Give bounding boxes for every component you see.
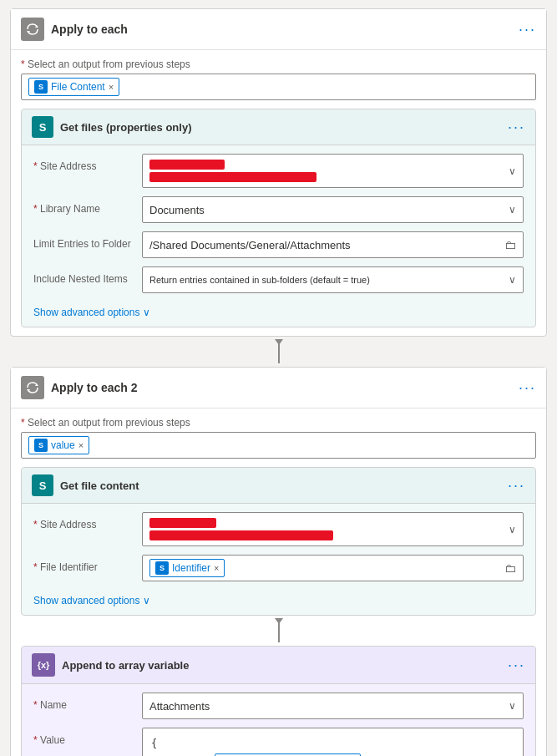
apply-to-each-2-header: Apply to each 2 ···: [11, 368, 546, 408]
apply2-value-chip: S value ×: [28, 436, 89, 454]
gfc-file-identifier-input[interactable]: S Identifier × 🗀: [142, 555, 524, 581]
get-files-header: S Get files (properties only) ···: [22, 109, 535, 145]
append-var-icon: {x}: [32, 653, 55, 677]
site-address-row: Site Address ∨: [33, 154, 524, 188]
append-menu[interactable]: ···: [508, 657, 525, 674]
nested-items-value: Return entries contained in sub-folders …: [142, 266, 524, 293]
gfc-site-address-arrow: ∨: [509, 524, 516, 535]
apply-to-each-1-header-left: Apply to each: [21, 18, 128, 41]
get-file-content-show-advanced-label: Show advanced options: [33, 595, 139, 606]
apply2-chip-icon: S: [34, 439, 48, 452]
append-name-label: Name: [33, 693, 134, 711]
append-value-field: { "Name": S File name with ... ×: [142, 728, 524, 756]
apply1-chip-remove[interactable]: ×: [109, 82, 114, 92]
apply1-token-field[interactable]: S File Content ×: [21, 74, 536, 100]
append-card: {x} Append to array variable ··· Name At…: [21, 646, 536, 756]
gfc-file-identifier-row: File Identifier S Identifier × 🗀: [33, 555, 524, 581]
append-name-row: Name Attachments ∨: [33, 693, 524, 719]
arrow-head-2: [275, 618, 283, 624]
get-file-content-body: Site Address ∨: [22, 504, 535, 615]
apply-to-each-2-header-left: Apply to each 2: [21, 376, 137, 399]
folder-icon[interactable]: 🗀: [504, 238, 516, 251]
site-address-redacted: [149, 158, 509, 184]
get-file-content-show-advanced-chevron: ∨: [143, 595, 150, 606]
gfc-identifier-chip-remove[interactable]: ×: [214, 563, 219, 573]
library-name-dropdown[interactable]: Documents ∨: [142, 196, 524, 223]
gfc-redacted-bar-1: [149, 518, 216, 528]
arrow-line-1: [278, 340, 280, 363]
append-card-header: {x} Append to array variable ···: [22, 647, 535, 684]
get-file-content-show-advanced[interactable]: Show advanced options ∨: [33, 595, 150, 606]
nested-arrow: ∨: [509, 274, 516, 286]
apply1-select-label: Select an output from previous steps: [21, 58, 536, 70]
apply-to-each-2-menu[interactable]: ···: [519, 379, 536, 397]
apply-to-each-1-header: Apply to each ···: [11, 9, 546, 50]
get-file-content-card: S Get file content ··· Site Address: [21, 467, 536, 616]
append-name-dropdown[interactable]: Attachments ∨: [142, 693, 524, 719]
get-file-content-header-left: S Get file content: [32, 474, 139, 496]
site-address-label: Site Address: [33, 154, 134, 172]
gfc-site-address-value: ∨: [142, 512, 524, 546]
connector-2: [21, 616, 536, 646]
get-files-show-advanced-chevron: ∨: [143, 307, 150, 318]
json-filename-chip: S File name with ... ×: [215, 753, 361, 756]
apply2-token-field[interactable]: S value ×: [21, 432, 536, 459]
nested-items-label: Include Nested Items: [33, 266, 134, 285]
json-line-1: "Name": S File name with ... × ,: [151, 753, 514, 756]
site-address-dropdown[interactable]: ∨: [142, 154, 524, 188]
gfc-identifier-chip: S Identifier ×: [149, 559, 225, 577]
append-value-row: Value { "Name": S File: [33, 728, 524, 756]
gfc-site-address-dropdown[interactable]: ∨: [142, 512, 524, 546]
append-value-label: Value: [33, 728, 134, 746]
json-line-0: {: [151, 735, 514, 753]
get-files-menu[interactable]: ···: [508, 119, 525, 136]
apply-to-each-2-body: Select an output from previous steps S v…: [11, 408, 546, 756]
apply2-chip-label: value: [51, 439, 75, 451]
append-header-left: {x} Append to array variable: [32, 653, 189, 677]
append-json-box[interactable]: { "Name": S File name with ... ×: [142, 728, 524, 756]
get-files-body: Site Address ∨: [22, 145, 535, 327]
get-files-show-advanced[interactable]: Show advanced options ∨: [33, 307, 150, 318]
nested-items-text: Return entries contained in sub-folders …: [149, 275, 370, 285]
get-file-content-menu[interactable]: ···: [508, 477, 525, 495]
limit-folder-input[interactable]: /Shared Documents/General/Attachments 🗀: [142, 231, 524, 258]
limit-folder-label: Limit Entries to Folder: [33, 231, 134, 250]
nested-items-row: Include Nested Items Return entries cont…: [33, 266, 524, 293]
redacted-bar-2: [149, 172, 316, 182]
limit-folder-text: /Shared Documents/General/Attachments: [149, 239, 351, 251]
gfc-folder-icon[interactable]: 🗀: [504, 561, 516, 575]
append-body: Name Attachments ∨ Value: [22, 684, 535, 756]
loop-icon-2: [21, 376, 44, 399]
site-address-arrow: ∨: [509, 165, 516, 177]
get-files-s-icon: S: [32, 116, 53, 138]
append-name-text: Attachments: [149, 700, 210, 713]
limit-folder-value: /Shared Documents/General/Attachments 🗀: [142, 231, 524, 258]
get-file-content-s-icon: S: [32, 474, 53, 496]
apply2-chip-remove[interactable]: ×: [78, 440, 84, 450]
library-name-text: Documents: [149, 204, 205, 216]
get-files-title: Get files (properties only): [60, 121, 191, 134]
gfc-site-address-label: Site Address: [33, 512, 134, 530]
apply-to-each-2-title: Apply to each 2: [51, 381, 137, 394]
apply-to-each-1-body: Select an output from previous steps S F…: [11, 50, 546, 336]
arrow-line-2: [278, 619, 280, 642]
loop-icon-1: [21, 18, 44, 41]
arrow-head-1: [275, 339, 283, 345]
page-container: Apply to each ··· Select an output from …: [0, 0, 557, 756]
get-files-show-advanced-label: Show advanced options: [33, 307, 139, 318]
library-name-row: Library Name Documents ∨: [33, 196, 524, 223]
apply1-chip-icon: S: [34, 80, 48, 94]
apply-to-each-1-title: Apply to each: [51, 23, 128, 36]
append-title: Append to array variable: [62, 659, 189, 672]
library-name-label: Library Name: [33, 196, 134, 215]
json-brace-open: {: [151, 735, 157, 753]
gfc-file-identifier-label: File Identifier: [33, 555, 134, 573]
nested-items-dropdown[interactable]: Return entries contained in sub-folders …: [142, 266, 524, 293]
connector-1: [10, 337, 547, 367]
apply-to-each-2-card: Apply to each 2 ··· Select an output fro…: [10, 367, 547, 756]
append-name-value: Attachments ∨: [142, 693, 524, 719]
apply-to-each-1-menu[interactable]: ···: [519, 21, 536, 38]
gfc-identifier-chip-icon: S: [155, 561, 169, 575]
gfc-redacted-bar-2: [149, 530, 333, 540]
get-file-content-title: Get file content: [60, 479, 139, 492]
